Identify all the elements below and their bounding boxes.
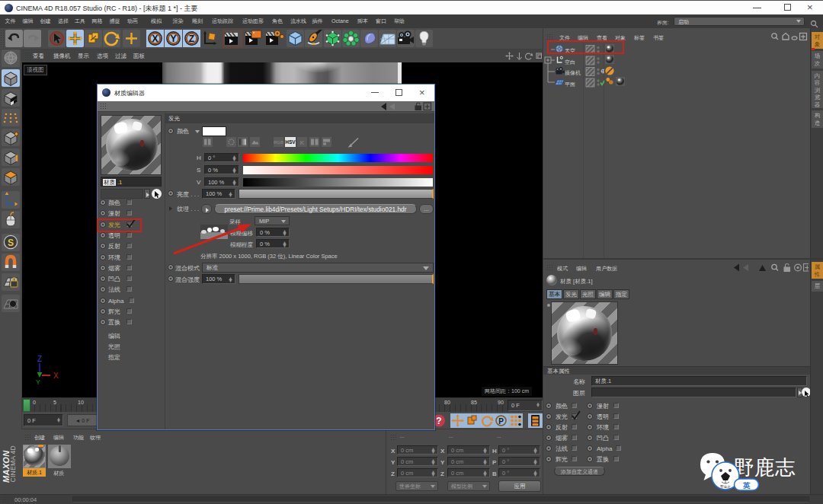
svg-text:Y: Y (36, 378, 40, 385)
svg-text:Y: Y (170, 33, 176, 44)
svg-text:英: 英 (743, 481, 751, 490)
svg-text:Z: Z (37, 355, 42, 363)
svg-text:HSV: HSV (285, 139, 296, 145)
svg-text:野鹿志: 野鹿志 (720, 485, 731, 489)
svg-text:Z: Z (189, 33, 194, 44)
svg-text:S: S (8, 238, 14, 248)
svg-text:X: X (53, 372, 59, 380)
svg-text:X: X (152, 33, 158, 44)
svg-text:P: P (498, 417, 504, 426)
svg-text:RGB: RGB (274, 140, 283, 145)
svg-text:?: ? (436, 416, 441, 426)
svg-text:K: K (300, 139, 305, 146)
svg-text:野鹿志: 野鹿志 (734, 456, 796, 479)
